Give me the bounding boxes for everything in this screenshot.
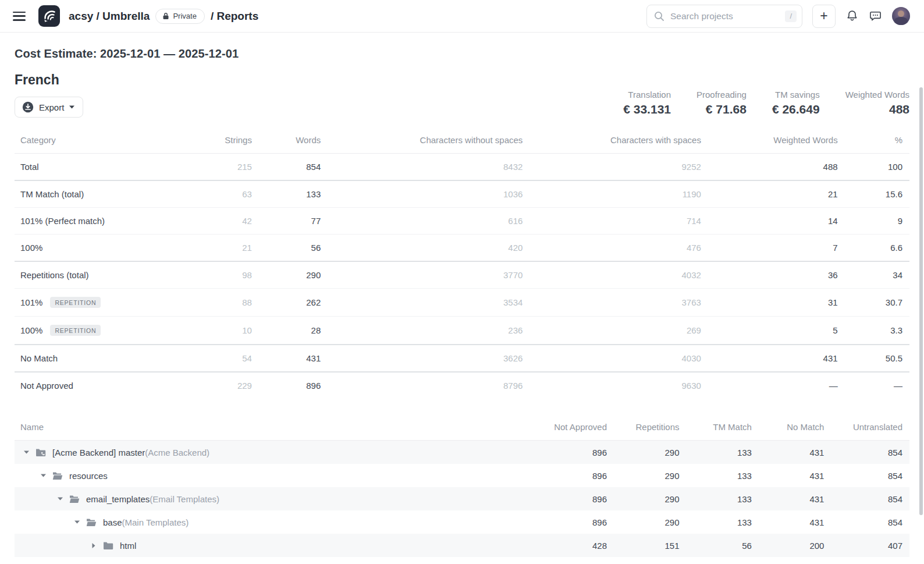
- col-header-not-approved: Not Approved: [542, 417, 614, 441]
- weighted-cell: 21: [708, 180, 845, 208]
- weighted-cell: —: [708, 372, 845, 399]
- closed-folder-icon: [103, 541, 113, 550]
- chars-without-cell: 3626: [328, 345, 529, 372]
- strings-cell: 98: [179, 261, 259, 289]
- pct-cell: 100: [845, 154, 909, 181]
- not-approved-cell: 896: [542, 441, 614, 464]
- collapse-caret-icon[interactable]: [40, 474, 46, 477]
- weighted-cell: 36: [708, 261, 845, 289]
- chars-without-cell: 8796: [328, 372, 529, 399]
- stat-label: TM savings: [772, 90, 820, 100]
- table-row-101-perfect: 101% (Perfect match) 42 77 616 714 14 9: [15, 208, 909, 235]
- branch-folder-icon: [35, 448, 46, 457]
- messages-button[interactable]: [869, 9, 882, 23]
- category-label: 101%: [20, 297, 42, 307]
- cost-table-header-row: Category Strings Words Characters withou…: [15, 130, 909, 154]
- stat-label: Proofreading: [696, 90, 747, 100]
- words-cell: 290: [259, 261, 328, 289]
- not-approved-cell: 896: [542, 510, 614, 534]
- bell-icon: [845, 9, 859, 23]
- app-logo[interactable]: [38, 5, 60, 27]
- tree-row-resources[interactable]: resources 896 290 133 431 854: [15, 464, 909, 487]
- table-row-no-match: No Match 54 431 3626 4030 431 50.5: [15, 345, 909, 372]
- repetitions-cell: 151: [614, 534, 686, 557]
- col-header-words: Words: [259, 130, 328, 154]
- col-header-name: Name: [15, 417, 542, 441]
- collapse-caret-icon[interactable]: [74, 520, 80, 524]
- untranslated-cell: 854: [831, 510, 909, 534]
- stat-label: Translation: [623, 90, 671, 100]
- chars-with-cell: 4032: [529, 261, 708, 289]
- no-match-cell: 431: [759, 441, 831, 464]
- not-approved-cell: 468: [542, 557, 614, 564]
- stat-value: 488: [845, 102, 909, 116]
- tree-row-txt[interactable]: txt 468 139 77 231 447: [15, 557, 909, 564]
- strings-cell: 10: [179, 317, 259, 345]
- category-cell: Total: [15, 154, 179, 181]
- strings-cell: 21: [179, 235, 259, 262]
- words-cell: 28: [259, 317, 328, 345]
- expand-caret-icon[interactable]: [91, 543, 97, 548]
- weighted-cell: 5: [708, 317, 845, 345]
- words-cell: 431: [259, 345, 328, 372]
- untranslated-cell: 854: [831, 441, 909, 464]
- tree-item-name: base: [103, 517, 122, 527]
- chars-with-cell: 9252: [529, 154, 708, 181]
- collapse-caret-icon[interactable]: [23, 451, 29, 454]
- search-input[interactable]: [670, 11, 779, 22]
- chars-with-cell: 1190: [529, 180, 708, 208]
- chars-with-cell: 476: [529, 235, 708, 262]
- col-header-chars-without: Characters without spaces: [328, 130, 529, 154]
- notifications-button[interactable]: [845, 9, 859, 23]
- words-cell: 77: [259, 208, 328, 235]
- pct-cell: 3.3: [845, 317, 909, 345]
- logo-gull-icon: [41, 8, 58, 25]
- chars-without-cell: 236: [328, 317, 529, 345]
- strings-cell: 42: [179, 208, 259, 235]
- search-box[interactable]: /: [646, 5, 802, 28]
- tree-row-html[interactable]: html 428 151 56 200 407: [15, 534, 909, 557]
- table-row-100: 100% 21 56 420 476 7 6.6: [15, 235, 909, 262]
- user-avatar[interactable]: [892, 7, 910, 25]
- weighted-cell: 7: [708, 235, 845, 262]
- category-cell: Not Approved: [15, 372, 179, 399]
- weighted-cell: 488: [708, 154, 845, 181]
- files-breakdown-table: Name Not Approved Repetitions TM Match N…: [15, 417, 909, 564]
- tree-item-name: email_templates: [86, 494, 150, 504]
- no-match-cell: 431: [759, 487, 831, 510]
- breadcrumb-project-path[interactable]: acsy / Umbrella: [69, 10, 150, 23]
- category-cell: No Match: [15, 345, 179, 372]
- pct-cell: 6.6: [845, 235, 909, 262]
- chars-with-cell: 714: [529, 208, 708, 235]
- pct-cell: —: [845, 372, 909, 399]
- export-button[interactable]: Export: [15, 97, 83, 118]
- not-approved-cell: 896: [542, 487, 614, 510]
- words-cell: 262: [259, 289, 328, 317]
- vertical-scrollbar[interactable]: [919, 87, 923, 515]
- table-row-not-approved: Not Approved 229 896 8796 9630 — —: [15, 372, 909, 399]
- stat-value: € 33.131: [623, 102, 671, 116]
- tree-item-subname: (Acme Backend): [145, 448, 209, 457]
- repetitions-cell: 290: [614, 441, 686, 464]
- tree-row-branch[interactable]: [Acme Backend] master(Acme Backend) 896 …: [15, 441, 909, 464]
- breadcrumb-section[interactable]: / Reports: [211, 10, 258, 23]
- tree-row-email-templates[interactable]: email_templates(Email Templates) 896 290…: [15, 487, 909, 510]
- chars-without-cell: 8432: [328, 154, 529, 181]
- tree-item-subname: (Email Templates): [150, 494, 219, 504]
- words-cell: 896: [259, 372, 328, 399]
- tm-match-cell: 133: [687, 487, 759, 510]
- not-approved-cell: 428: [542, 534, 614, 557]
- collapse-caret-icon[interactable]: [57, 497, 63, 501]
- stat-value: € 71.68: [696, 102, 747, 116]
- chars-without-cell: 3770: [328, 261, 529, 289]
- table-row-tm-match-total: TM Match (total) 63 133 1036 1190 21 15.…: [15, 180, 909, 208]
- stat-translation: Translation € 33.131: [623, 90, 671, 116]
- col-header-no-match: No Match: [759, 417, 831, 441]
- strings-cell: 215: [179, 154, 259, 181]
- hamburger-menu-icon[interactable]: [13, 12, 26, 21]
- tree-row-base[interactable]: base(Main Templates) 896 290 133 431 854: [15, 510, 909, 534]
- privacy-badge: Private: [155, 9, 204, 24]
- add-project-button[interactable]: +: [812, 5, 836, 28]
- stat-proofreading: Proofreading € 71.68: [696, 90, 747, 116]
- strings-cell: 229: [179, 372, 259, 399]
